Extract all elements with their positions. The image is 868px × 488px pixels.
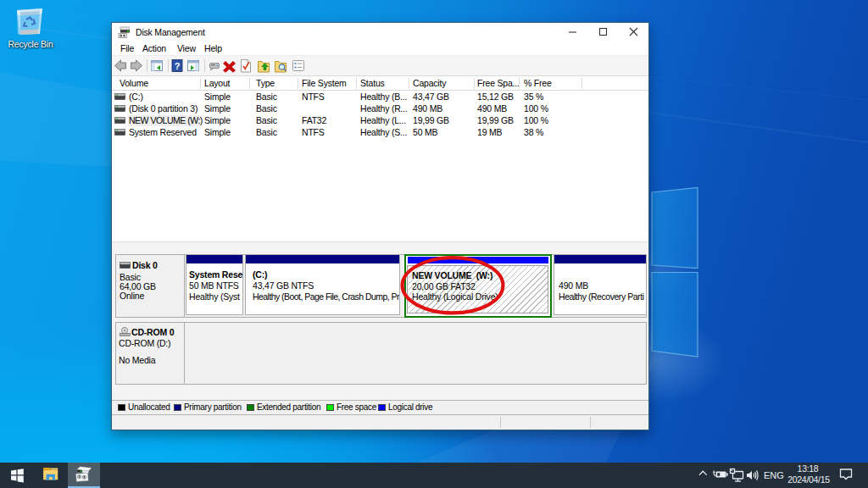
svg-text:2024/04/15: 2024/04/15 (787, 474, 830, 485)
svg-text:ENG: ENG (764, 470, 784, 480)
svg-text:?: ? (175, 61, 181, 71)
svg-text:13:18: 13:18 (798, 463, 819, 474)
